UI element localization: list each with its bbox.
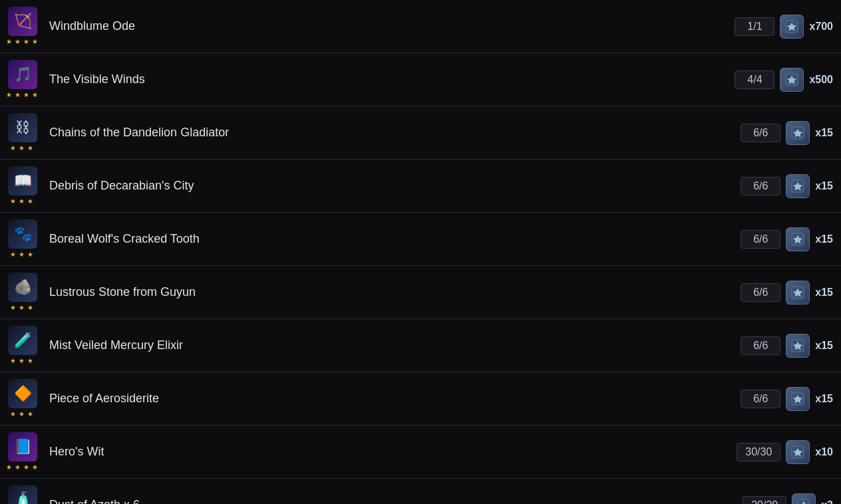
item-icon: 🧴 — [8, 485, 37, 504]
table-row[interactable]: 🔶 ★★★ Piece of Aerosiderite 6/6 x15 — [0, 372, 841, 426]
star-icon: ★ — [15, 91, 23, 99]
item-icon-area: ⛓ ★★★ — [0, 110, 45, 155]
currency-icon — [786, 334, 810, 358]
item-right: 20/20 x3 — [743, 493, 841, 505]
star-icon: ★ — [23, 38, 31, 46]
item-icon-area: 🧴 ★★ — [0, 483, 45, 504]
star-icon: ★ — [10, 410, 18, 418]
currency-icon — [786, 174, 810, 198]
item-icon-area: 🧪 ★★★ — [0, 323, 45, 368]
table-row[interactable]: 📘 ★★★★ Hero's Wit 30/30 x10 — [0, 426, 841, 479]
table-row[interactable]: 📖 ★★★ Debris of Decarabian's City 6/6 x1… — [0, 160, 841, 213]
item-stars: ★★★ — [10, 357, 35, 365]
item-icon-area: 🏹 ★★★★ — [0, 4, 45, 49]
star-icon: ★ — [15, 38, 23, 46]
item-icon: 🎵 — [8, 60, 37, 89]
star-icon: ★ — [10, 251, 18, 259]
item-count: 6/6 — [741, 230, 780, 249]
item-right: 6/6 x15 — [741, 281, 841, 305]
star-icon: ★ — [6, 463, 14, 471]
item-count: 6/6 — [741, 124, 780, 142]
item-icon-area: 📘 ★★★★ — [0, 430, 45, 474]
item-stars: ★★★ — [10, 410, 35, 418]
item-stars: ★★★★ — [6, 91, 40, 99]
star-icon: ★ — [32, 91, 40, 99]
item-stars: ★★★ — [10, 144, 35, 152]
star-icon: ★ — [10, 144, 18, 152]
currency-amount: x15 — [815, 233, 833, 245]
star-icon: ★ — [27, 251, 35, 259]
table-row[interactable]: ⛓ ★★★ Chains of the Dandelion Gladiator … — [0, 106, 841, 160]
currency-amount: x500 — [809, 74, 833, 86]
star-icon: ★ — [23, 91, 31, 99]
item-stars: ★★★ — [10, 251, 35, 259]
star-icon: ★ — [6, 91, 14, 99]
currency-icon — [792, 493, 816, 505]
star-icon: ★ — [27, 197, 35, 205]
star-icon: ★ — [32, 463, 40, 471]
item-name: Mist Veiled Mercury Elixir — [45, 338, 741, 352]
currency-amount: x15 — [815, 340, 833, 352]
item-right: 30/30 x10 — [737, 440, 841, 464]
table-row[interactable]: 🐾 ★★★ Boreal Wolf's Cracked Tooth 6/6 x1… — [0, 213, 841, 266]
table-row[interactable]: 🪨 ★★★ Lustrous Stone from Guyun 6/6 x15 — [0, 266, 841, 319]
item-right: 1/1 x700 — [735, 15, 841, 39]
item-name: Debris of Decarabian's City — [45, 179, 741, 193]
currency-amount: x700 — [809, 21, 833, 33]
table-row[interactable]: 🎵 ★★★★ The Visible Winds 4/4 x500 — [0, 53, 841, 106]
currency-amount: x3 — [821, 499, 833, 505]
item-stars: ★★★ — [10, 304, 35, 312]
item-icon-area: 📖 ★★★ — [0, 164, 45, 208]
item-right: 6/6 x15 — [741, 121, 841, 145]
currency-icon — [780, 68, 804, 92]
item-count: 6/6 — [741, 283, 780, 302]
item-count: 30/30 — [737, 443, 780, 461]
star-icon: ★ — [27, 304, 35, 312]
currency-amount: x15 — [815, 180, 833, 192]
table-row[interactable]: 🧴 ★★ Dust of Azoth x 6 20/20 x3 — [0, 479, 841, 504]
currency-amount: x15 — [815, 127, 833, 139]
item-right: 6/6 x15 — [741, 387, 841, 411]
item-name: Boreal Wolf's Cracked Tooth — [45, 232, 741, 246]
currency-amount: x10 — [815, 446, 833, 458]
item-name: Lustrous Stone from Guyun — [45, 285, 741, 299]
item-right: 6/6 x15 — [741, 174, 841, 198]
currency-icon — [786, 227, 810, 251]
item-name: Windblume Ode — [45, 19, 735, 33]
item-icon-area: 🐾 ★★★ — [0, 217, 45, 261]
item-icon: 🧪 — [8, 326, 37, 355]
table-row[interactable]: 🧪 ★★★ Mist Veiled Mercury Elixir 6/6 x15 — [0, 319, 841, 372]
item-stars: ★★★★ — [6, 463, 40, 471]
item-icon: 🐾 — [8, 219, 37, 249]
star-icon: ★ — [10, 357, 18, 365]
item-right: 6/6 x15 — [741, 334, 841, 358]
star-icon: ★ — [27, 357, 35, 365]
item-icon: 🪨 — [8, 273, 37, 302]
item-name: The Visible Winds — [45, 72, 735, 86]
star-icon: ★ — [27, 144, 35, 152]
item-icon-area: 🔶 ★★★ — [0, 376, 45, 421]
star-icon: ★ — [19, 144, 27, 152]
currency-amount: x15 — [815, 287, 833, 299]
item-icon: ⛓ — [8, 113, 37, 142]
item-count: 1/1 — [735, 17, 774, 36]
item-count: 6/6 — [741, 177, 780, 195]
item-count: 20/20 — [743, 496, 786, 505]
star-icon: ★ — [15, 463, 23, 471]
item-icon: 🏹 — [8, 7, 37, 36]
star-icon: ★ — [19, 410, 27, 418]
item-icon-area: 🎵 ★★★★ — [0, 57, 45, 102]
star-icon: ★ — [19, 197, 27, 205]
item-name: Chains of the Dandelion Gladiator — [45, 126, 741, 140]
star-icon: ★ — [19, 251, 27, 259]
star-icon: ★ — [6, 38, 14, 46]
star-icon: ★ — [19, 357, 27, 365]
item-stars: ★★★ — [10, 197, 35, 205]
table-row[interactable]: 🏹 ★★★★ Windblume Ode 1/1 x700 — [0, 0, 841, 53]
item-count: 4/4 — [735, 70, 774, 89]
item-icon: 📖 — [8, 166, 37, 195]
star-icon: ★ — [10, 304, 18, 312]
item-name: Piece of Aerosiderite — [45, 392, 741, 406]
item-list: 🏹 ★★★★ Windblume Ode 1/1 x700 🎵 ★★★★ — [0, 0, 841, 504]
item-icon: 🔶 — [8, 379, 37, 408]
